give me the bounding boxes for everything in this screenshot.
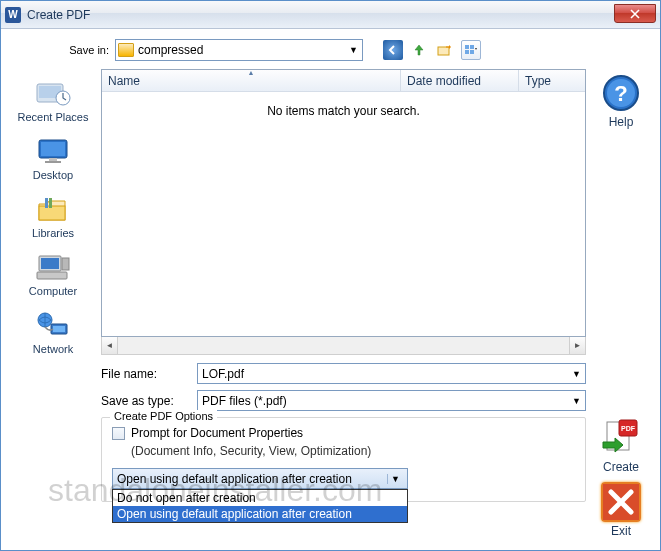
close-button[interactable] [614,4,656,23]
svg-rect-1 [465,45,469,49]
filename-input[interactable]: LOF.pdf ▼ [197,363,586,384]
prompt-properties-checkbox[interactable] [112,427,125,440]
col-type[interactable]: Type [519,70,585,91]
create-button[interactable]: PDF Create [601,414,641,478]
new-folder-button[interactable] [435,40,455,60]
save-in-combo[interactable]: compressed ▼ [115,39,363,61]
after-creation-selected: Open using default application after cre… [117,472,352,486]
place-label: Network [33,343,73,355]
network-icon [33,309,73,341]
col-date-modified[interactable]: Date modified [401,70,519,91]
computer-icon [33,251,73,283]
exit-label: Exit [611,524,631,538]
save-in-label: Save in: [51,44,109,56]
svg-rect-18 [62,258,69,270]
col-name[interactable]: Name [102,70,401,91]
chevron-down-icon: ▼ [572,369,581,379]
svg-text:PDF: PDF [621,425,636,432]
after-creation-option-open-default[interactable]: Open using default application after cre… [113,506,407,522]
options-legend: Create PDF Options [110,410,217,422]
right-buttons: ? Help PDF Create Exit [592,69,650,542]
place-label: Desktop [33,169,73,181]
view-menu-button[interactable] [461,40,481,60]
svg-rect-0 [438,47,449,55]
svg-rect-11 [45,161,61,163]
place-libraries[interactable]: Libraries [11,189,95,243]
create-pdf-dialog: W Create PDF Save in: compressed ▼ [0,0,661,551]
help-label: Help [609,115,634,129]
place-computer[interactable]: Computer [11,247,95,301]
up-one-level-button[interactable] [409,40,429,60]
savetype-value: PDF files (*.pdf) [202,394,287,408]
place-desktop[interactable]: Desktop [11,131,95,185]
folder-icon [118,43,134,57]
svg-rect-12 [39,206,65,220]
prompt-properties-label: Prompt for Document Properties [131,426,303,440]
svg-rect-9 [41,142,65,156]
word-icon: W [5,7,21,23]
after-creation-list: Do not open after creation Open using de… [112,489,408,523]
savetype-label: Save as type: [101,394,189,408]
chevron-down-icon[interactable]: ▼ [387,474,403,484]
file-list-header: Name Date modified Type [102,70,585,92]
help-button[interactable]: ? Help [601,69,641,133]
create-label: Create [603,460,639,474]
back-button[interactable] [383,40,403,60]
place-label: Libraries [32,227,74,239]
filename-value: LOF.pdf [202,367,244,381]
file-fields: File name: LOF.pdf ▼ Save as type: PDF f… [101,355,586,415]
prompt-properties-sublabel: (Document Info, Security, View, Optimiza… [131,444,575,458]
file-list[interactable]: Name Date modified Type No items match y… [101,69,586,337]
exit-icon [601,482,641,522]
svg-rect-2 [470,45,474,49]
svg-rect-21 [53,326,65,332]
exit-button[interactable]: Exit [601,478,641,542]
save-in-value: compressed [138,43,349,57]
after-creation-combo[interactable]: Open using default application after cre… [112,468,408,489]
savetype-combo[interactable]: PDF files (*.pdf) ▼ [197,390,586,411]
create-icon: PDF [601,418,641,458]
place-recent[interactable]: Recent Places [11,73,95,127]
scroll-left-arrow[interactable]: ◄ [102,337,118,354]
svg-rect-17 [37,272,67,279]
window-title: Create PDF [27,8,614,22]
recent-places-icon [33,77,73,109]
svg-rect-14 [49,198,52,208]
filename-label: File name: [101,367,189,381]
desktop-icon [33,135,73,167]
svg-rect-10 [49,158,57,161]
svg-rect-3 [465,50,469,54]
svg-rect-16 [41,258,59,269]
svg-rect-13 [45,198,48,208]
place-label: Recent Places [18,111,89,123]
svg-text:?: ? [614,81,627,106]
center-panel: Name Date modified Type No items match y… [101,69,586,542]
after-creation-option-do-not-open[interactable]: Do not open after creation [113,490,407,506]
chevron-down-icon: ▼ [349,45,360,55]
save-in-row: Save in: compressed ▼ [11,37,650,69]
places-bar: Recent Places Desktop Libraries [11,69,95,542]
help-icon: ? [601,73,641,113]
nav-icons [383,40,481,60]
horizontal-scrollbar[interactable]: ◄ ► [101,337,586,355]
empty-message: No items match your search. [102,92,585,336]
after-creation-dropdown-wrap: Open using default application after cre… [112,468,575,489]
libraries-icon [33,193,73,225]
place-label: Computer [29,285,77,297]
chevron-down-icon: ▼ [572,396,581,406]
scroll-right-arrow[interactable]: ► [569,337,585,354]
titlebar[interactable]: W Create PDF [1,1,660,29]
svg-rect-4 [470,50,474,54]
place-network[interactable]: Network [11,305,95,359]
create-pdf-options-group: Create PDF Options Prompt for Document P… [101,417,586,502]
